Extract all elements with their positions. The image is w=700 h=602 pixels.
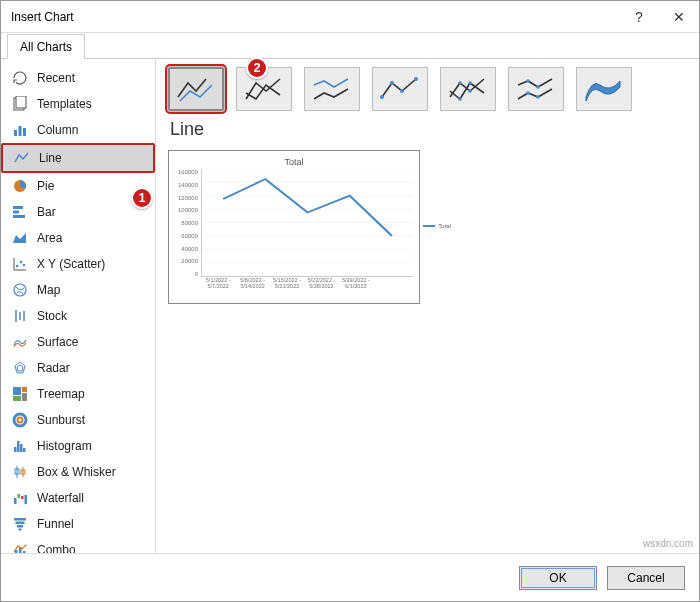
- box-icon: [11, 463, 29, 481]
- svg-rect-41: [19, 529, 22, 531]
- svg-point-50: [468, 89, 472, 93]
- chart-subtype-0[interactable]: [168, 67, 224, 111]
- line-subtype-icon: [446, 73, 490, 105]
- line-subtype-icon: [242, 73, 286, 105]
- map-icon: [11, 281, 29, 299]
- help-button[interactable]: ?: [619, 1, 659, 33]
- line-subtype-icon: [378, 73, 422, 105]
- sidebar-item-label: Treemap: [37, 387, 85, 401]
- sidebar-item-label: Map: [37, 283, 60, 297]
- svg-rect-20: [13, 387, 21, 395]
- sidebar-item-map[interactable]: Map: [1, 277, 155, 303]
- preview-legend: Total: [423, 223, 451, 229]
- sidebar-item-label: Waterfall: [37, 491, 84, 505]
- svg-point-49: [458, 81, 462, 85]
- svg-rect-1: [16, 96, 26, 108]
- svg-point-48: [414, 77, 418, 81]
- main-pane: Line Total 16000014000012000010000080000…: [156, 59, 699, 553]
- chart-category-sidebar: RecentTemplatesColumnLinePieBarAreaX Y (…: [1, 59, 156, 553]
- svg-point-55: [526, 91, 530, 95]
- chart-subtype-5[interactable]: [508, 67, 564, 111]
- svg-rect-4: [23, 128, 26, 136]
- svg-rect-39: [16, 522, 25, 525]
- sidebar-item-combo[interactable]: Combo: [1, 537, 155, 553]
- sidebar-item-box[interactable]: Box & Whisker: [1, 459, 155, 485]
- watermark: wsxdn.com: [643, 538, 693, 549]
- treemap-icon: [11, 385, 29, 403]
- svg-point-12: [20, 261, 23, 264]
- svg-rect-35: [18, 494, 21, 498]
- sidebar-item-waterfall[interactable]: Waterfall: [1, 485, 155, 511]
- sidebar-item-label: Recent: [37, 71, 75, 85]
- svg-rect-23: [13, 396, 21, 401]
- waterfall-icon: [11, 489, 29, 507]
- preview-plot: Total: [201, 169, 413, 277]
- sidebar-item-treemap[interactable]: Treemap: [1, 381, 155, 407]
- sidebar-item-label: Templates: [37, 97, 92, 111]
- svg-rect-21: [22, 387, 27, 392]
- sidebar-item-sunburst[interactable]: Sunburst: [1, 407, 155, 433]
- sidebar-item-line[interactable]: Line: [1, 143, 155, 173]
- svg-point-47: [400, 89, 404, 93]
- sidebar-item-funnel[interactable]: Funnel: [1, 511, 155, 537]
- sidebar-item-surface[interactable]: Surface: [1, 329, 155, 355]
- svg-rect-40: [17, 525, 23, 528]
- svg-rect-26: [14, 447, 17, 452]
- sidebar-item-label: Pie: [37, 179, 54, 193]
- svg-rect-2: [14, 130, 17, 136]
- sidebar-item-recent[interactable]: Recent: [1, 65, 155, 91]
- sidebar-item-label: Combo: [37, 543, 76, 553]
- svg-rect-44: [23, 551, 26, 553]
- line-subtype-icon: [174, 73, 218, 105]
- svg-point-24: [14, 414, 26, 426]
- insert-chart-dialog: Insert Chart ? ✕ All Charts RecentTempla…: [0, 0, 700, 602]
- svg-rect-8: [13, 215, 25, 218]
- cancel-button[interactable]: Cancel: [607, 566, 685, 590]
- sidebar-item-label: Column: [37, 123, 78, 137]
- sidebar-item-histogram[interactable]: Histogram: [1, 433, 155, 459]
- sidebar-item-column[interactable]: Column: [1, 117, 155, 143]
- close-button[interactable]: ✕: [659, 1, 699, 33]
- sidebar-item-label: Sunburst: [37, 413, 85, 427]
- svg-rect-7: [13, 211, 19, 214]
- tab-strip: All Charts: [1, 33, 699, 59]
- chart-subtype-3[interactable]: [372, 67, 428, 111]
- svg-rect-38: [14, 518, 26, 521]
- svg-point-13: [23, 264, 26, 267]
- svg-point-45: [380, 95, 384, 99]
- histogram-icon: [11, 437, 29, 455]
- line-subtype-icon: [310, 73, 354, 105]
- chart-subtype-2[interactable]: [304, 67, 360, 111]
- radar-icon: [11, 359, 29, 377]
- sidebar-item-label: Stock: [37, 309, 67, 323]
- combo-icon: [11, 541, 29, 553]
- svg-point-51: [458, 97, 462, 101]
- svg-point-53: [526, 79, 530, 83]
- sidebar-item-area[interactable]: Area: [1, 225, 155, 251]
- column-icon: [11, 121, 29, 139]
- sidebar-item-label: X Y (Scatter): [37, 257, 105, 271]
- dialog-title: Insert Chart: [11, 10, 74, 24]
- chart-subtype-6[interactable]: [576, 67, 632, 111]
- svg-rect-34: [14, 498, 17, 504]
- svg-rect-6: [13, 206, 23, 209]
- svg-point-46: [390, 81, 394, 85]
- svg-point-11: [16, 265, 19, 268]
- chart-preview[interactable]: Total 1600001400001200001000008000060000…: [168, 150, 420, 304]
- sidebar-item-stock[interactable]: Stock: [1, 303, 155, 329]
- sidebar-item-label: Histogram: [37, 439, 92, 453]
- sidebar-item-radar[interactable]: Radar: [1, 355, 155, 381]
- svg-point-54: [536, 85, 540, 89]
- svg-rect-29: [23, 448, 26, 452]
- templates-icon: [11, 95, 29, 113]
- chart-subtype-4[interactable]: [440, 67, 496, 111]
- pie-icon: [11, 177, 29, 195]
- ok-button[interactable]: OK: [519, 566, 597, 590]
- svg-rect-28: [20, 444, 23, 452]
- tab-all-charts[interactable]: All Charts: [7, 34, 85, 59]
- bar-icon: [11, 203, 29, 221]
- line-icon: [13, 149, 31, 167]
- sidebar-item-templates[interactable]: Templates: [1, 91, 155, 117]
- sidebar-item-label: Area: [37, 231, 62, 245]
- sidebar-item-xy[interactable]: X Y (Scatter): [1, 251, 155, 277]
